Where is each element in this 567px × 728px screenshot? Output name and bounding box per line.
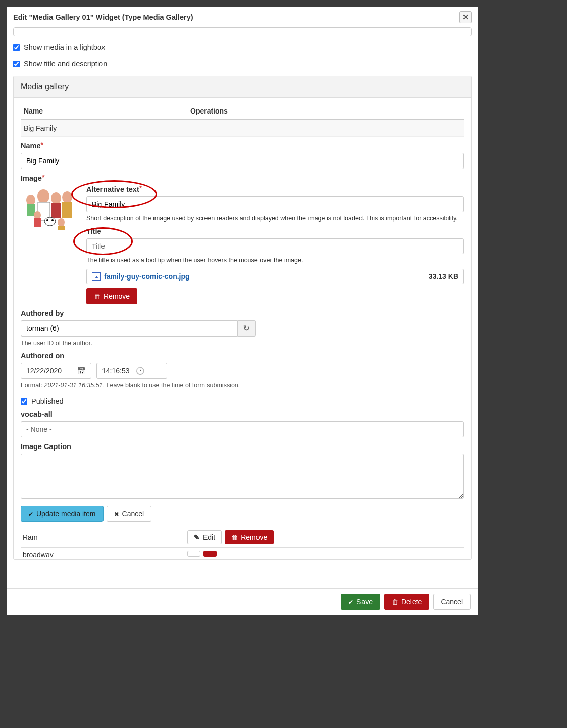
svg-point-8	[34, 211, 41, 219]
thumbnail-svg	[21, 185, 76, 231]
lightbox-checkbox[interactable]	[13, 44, 20, 51]
close-button[interactable]: ✕	[459, 11, 472, 23]
col-ops: Operations	[187, 103, 464, 119]
panel-body: Name Operations Big Family Name* Image*	[14, 98, 471, 559]
list-item: broadway	[21, 547, 464, 557]
calendar-icon	[77, 367, 86, 375]
authoredby-row	[21, 320, 464, 337]
authoredby-label: Authored by	[21, 309, 464, 317]
svg-point-10	[44, 217, 56, 226]
item-name: Ram	[21, 533, 187, 541]
date-value: 12/22/2020	[26, 367, 62, 375]
file-box: family-guy-comic-con.jpg 33.13 KB	[86, 269, 464, 284]
cancel-inline-button[interactable]: Cancel	[107, 506, 152, 522]
cancel-button[interactable]: Cancel	[433, 594, 471, 610]
modal-header: Edit "Media Gallery 01" Widget (Type Med…	[7, 7, 478, 27]
published-label: Published	[31, 397, 64, 405]
check-icon	[28, 510, 33, 518]
published-row: Published	[21, 397, 464, 405]
x-icon	[114, 510, 119, 518]
refresh-icon	[243, 324, 250, 333]
truncated-field	[13, 27, 472, 36]
refresh-button[interactable]	[238, 320, 256, 337]
date-input[interactable]: 12/22/2020	[21, 363, 91, 379]
remove-button[interactable]	[203, 551, 217, 557]
lightbox-label: Show media in a lightbox	[24, 43, 105, 51]
pencil-icon	[194, 533, 200, 541]
modal-title: Edit "Media Gallery 01" Widget (Type Med…	[13, 13, 193, 21]
authoredon-label: Authored on	[21, 352, 464, 360]
col-name: Name	[21, 103, 187, 119]
required-icon: *	[139, 184, 142, 192]
trash-icon	[392, 598, 398, 606]
trash-icon	[231, 533, 238, 541]
alt-input[interactable]	[86, 196, 464, 212]
update-button[interactable]: Update media item	[21, 506, 104, 522]
close-icon: ✕	[462, 13, 469, 22]
image-file-icon	[92, 272, 101, 281]
name-label: Name*	[21, 142, 464, 150]
authoredby-input[interactable]	[21, 320, 238, 337]
image-fields: Alternative text* Short description of t…	[86, 185, 464, 304]
format-help: Format: 2021-01-31 16:35:51. Leave blank…	[21, 382, 464, 389]
save-button[interactable]: Save	[341, 594, 380, 610]
edit-button[interactable]: Edit	[187, 530, 222, 544]
modal-footer: Save Delete Cancel	[7, 588, 478, 615]
table-row: Big Family	[21, 120, 464, 137]
time-input[interactable]: 14:16:53	[96, 363, 167, 379]
datetime-row: 12/22/2020 14:16:53	[21, 363, 464, 379]
file-link[interactable]: family-guy-comic-con.jpg	[104, 272, 190, 281]
svg-point-0	[26, 195, 35, 206]
name-input[interactable]	[21, 153, 464, 169]
titledesc-checkbox[interactable]	[13, 60, 20, 67]
published-checkbox[interactable]	[21, 398, 28, 405]
image-thumbnail	[21, 185, 86, 304]
required-icon: *	[42, 173, 45, 181]
media-gallery-panel: Media gallery Name Operations Big Family…	[13, 76, 472, 560]
trash-icon	[94, 292, 100, 300]
svg-rect-1	[27, 204, 35, 216]
svg-point-6	[62, 191, 72, 203]
svg-point-12	[51, 219, 54, 221]
svg-rect-9	[34, 218, 41, 227]
required-icon: *	[41, 141, 44, 149]
check-icon	[348, 598, 353, 606]
image-label: Image*	[21, 174, 464, 182]
svg-rect-7	[62, 202, 72, 218]
action-row: Update media item Cancel	[21, 506, 464, 522]
option-lightbox: Show media in a lightbox	[13, 43, 472, 51]
vocab-select[interactable]: - None -	[21, 421, 464, 437]
modal-body[interactable]: Show media in a lightbox Show title and …	[7, 27, 478, 588]
vocab-label: vocab-all	[21, 410, 464, 418]
list-item: Ram Edit Remove	[21, 527, 464, 547]
table-header: Name Operations	[21, 103, 464, 120]
title-help: The title is used as a tool tip when the…	[86, 257, 464, 264]
panel-title: Media gallery	[14, 76, 471, 98]
caption-label: Image Caption	[21, 442, 464, 451]
svg-rect-14	[58, 226, 65, 230]
svg-rect-5	[51, 203, 61, 218]
alt-label: Alternative text*	[86, 185, 464, 193]
caption-textarea[interactable]	[21, 454, 464, 499]
authoredby-help: The user ID of the author.	[21, 340, 464, 347]
clock-icon	[136, 367, 144, 375]
svg-point-11	[46, 219, 48, 221]
image-row: Alternative text* Short description of t…	[21, 185, 464, 304]
svg-point-2	[37, 189, 49, 203]
option-titledesc: Show title and description	[13, 60, 472, 68]
title-label: Title	[86, 227, 464, 235]
title-input[interactable]	[86, 238, 464, 254]
modal-dialog: Edit "Media Gallery 01" Widget (Type Med…	[7, 7, 478, 615]
row-ops	[187, 120, 464, 136]
time-value: 14:16:53	[102, 367, 130, 375]
row-name: Big Family	[21, 120, 187, 136]
svg-point-4	[51, 192, 61, 204]
item-name: broadway	[21, 551, 187, 557]
delete-button[interactable]: Delete	[384, 594, 429, 610]
remove-file-button[interactable]: Remove	[86, 288, 137, 304]
file-size: 33.13 KB	[429, 272, 458, 281]
titledesc-label: Show title and description	[24, 60, 107, 68]
alt-help: Short description of the image used by s…	[86, 215, 464, 222]
remove-button[interactable]: Remove	[225, 530, 274, 544]
edit-button[interactable]	[187, 551, 200, 557]
